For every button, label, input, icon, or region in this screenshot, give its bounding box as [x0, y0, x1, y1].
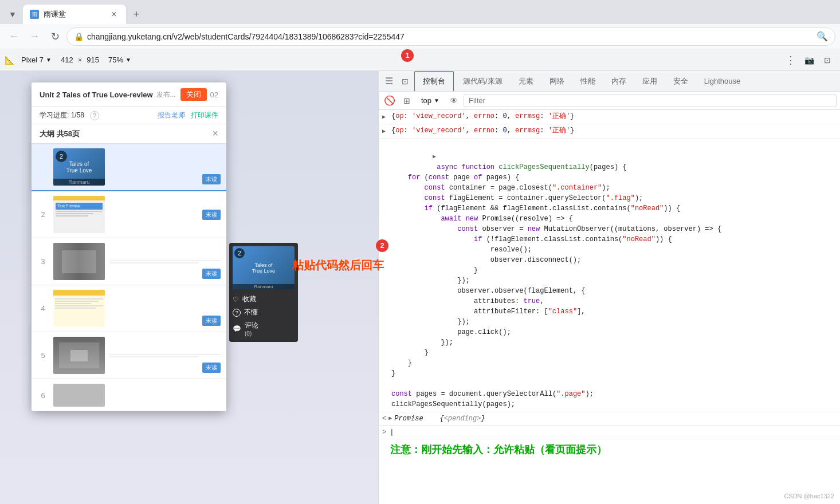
sc-action-confused[interactable]: ? 不懂 [233, 306, 295, 319]
expand-promise[interactable]: ▶ [388, 414, 392, 424]
elements-tab-label: 元素 [519, 76, 533, 86]
top-dropdown[interactable]: top ▼ [417, 94, 444, 108]
badge-2: 2 [376, 239, 388, 252]
unread-badge-3: 未读 [202, 269, 221, 279]
badge-2-label: 2 [380, 242, 384, 250]
devtools-tabs: ☰ ⊡ 控制台 源代码/来源 元素 网络 性能 内存 [379, 71, 840, 92]
sc-outline-title: 大纲 共58页 [40, 129, 80, 139]
new-tab-button[interactable]: + [128, 6, 144, 22]
sc-list-item[interactable]: 2 Text Preview 未读 [32, 191, 226, 238]
dt-inspect-button[interactable]: ⊡ [397, 73, 413, 89]
sc-active-overlay: 2 Tales ofTrue Love Ranmaru ♡ 收藏 ? 不懂 💬 … [229, 243, 298, 342]
sc-progress-text: 学习进度: 1/58 [40, 111, 84, 120]
sc-close-button[interactable]: 关闭 [180, 88, 207, 101]
tab-application[interactable]: 应用 [634, 71, 665, 92]
expand-arrow-code[interactable]: ▶ [433, 153, 436, 160]
sc-list-item[interactable]: 2 Tales ofTrue Love Ranmaru 未读 [32, 144, 226, 191]
item-thumbnail [53, 337, 105, 374]
left-panel: Unit 2 Tales of True Love-review 发布... 关… [0, 71, 378, 504]
security-tab-label: 安全 [673, 76, 688, 86]
tab-item[interactable]: 雨 雨课堂 ✕ [23, 5, 126, 24]
item-thumbnail: 2 Tales ofTrue Love Ranmaru [53, 148, 105, 186]
unread-badge-5: 未读 [202, 363, 221, 373]
item-info [109, 353, 221, 359]
console-output[interactable]: ▶ {op: 'view_record', errno: 0, errmsg: … [379, 110, 840, 504]
sc-outline-close-button[interactable]: × [212, 128, 218, 140]
lighthouse-tab-label: Lighthouse [704, 77, 741, 85]
address-text[interactable]: changjiang.yuketang.cn/v2/web/studentCar… [87, 32, 813, 41]
tab-console[interactable]: 控制台 [414, 71, 454, 92]
sc-help-icon[interactable]: ? [90, 111, 99, 120]
unread-badge-2: 未读 [202, 210, 221, 220]
sc-list-item[interactable]: 5 未读 [32, 332, 226, 379]
sc-list-item[interactable]: 6 [32, 379, 226, 411]
comment-count: (0) [245, 330, 258, 337]
sc-page-number: 02 [210, 90, 218, 99]
unread-badge-4: 未读 [202, 316, 221, 326]
application-tab-label: 应用 [642, 76, 657, 86]
dropdown-chevron-icon: ▼ [434, 97, 439, 104]
tab-source[interactable]: 源代码/来源 [455, 71, 511, 92]
sc-progress-bar: 学习进度: 1/58 ? 报告老师 打印课件 [32, 107, 226, 124]
tab-security[interactable]: 安全 [665, 71, 696, 92]
more-options-button[interactable]: ⋮ [783, 52, 799, 68]
top-label: top [421, 96, 431, 105]
sc-list-item[interactable]: 4 未读 [32, 285, 226, 332]
clear-console-button[interactable]: 🚫 [382, 93, 397, 108]
sc-page-list[interactable]: 2 Tales ofTrue Love Ranmaru 未读 2 [32, 144, 226, 411]
tab-network[interactable]: 网络 [541, 71, 572, 92]
sc-action-comment[interactable]: 💬 评论 (0) [233, 319, 295, 338]
tab-elements[interactable]: 元素 [511, 71, 541, 92]
tab-lighthouse[interactable]: Lighthouse [696, 71, 749, 92]
item-info [109, 259, 221, 265]
console-filter-toggle[interactable]: ⊞ [399, 93, 414, 108]
eye-button[interactable]: 👁 [446, 93, 461, 108]
paste-instruction: 粘贴代码然后回车 [292, 258, 384, 273]
back-button[interactable]: ← [5, 27, 23, 46]
item-number: 5 [37, 351, 49, 360]
sc-print-btn[interactable]: 打印课件 [191, 111, 218, 120]
network-tab-label: 网络 [549, 76, 564, 86]
dt-sidebar-toggle[interactable]: ☰ [381, 73, 397, 89]
watermark: CSDN @hac1322 [784, 493, 834, 499]
filter-input[interactable] [464, 94, 837, 107]
promise-left-arrow: < [382, 414, 386, 424]
sc-action-collect[interactable]: ♡ 收藏 [233, 293, 295, 306]
search-icon[interactable]: 🔍 [817, 31, 828, 42]
paste-instruction-text: 粘贴代码然后回车 [292, 259, 384, 271]
zoom-selector[interactable]: 75% ▼ [104, 53, 136, 66]
zoom-chevron-icon: ▼ [125, 57, 131, 63]
forward-button[interactable]: → [25, 27, 44, 46]
console-toolbar: 🚫 ⊞ top ▼ 👁 [379, 92, 840, 110]
tab-performance[interactable]: 性能 [572, 71, 603, 92]
thumb-author: Ranmaru [53, 179, 105, 186]
badge-1-label: 1 [406, 52, 410, 60]
browser-chrome: ▼ 雨 雨课堂 ✕ + ← → ↻ 🔒 changjiang.yuketang.… [0, 0, 840, 504]
question-icon: ? [233, 309, 241, 317]
resize-button[interactable]: ⊡ [819, 52, 835, 68]
refresh-button[interactable]: ↻ [46, 27, 64, 46]
tab-list-button[interactable]: ▼ [5, 6, 21, 22]
console-text-2: {op: 'view_record', errno: 0, errmsg: '正… [391, 125, 837, 136]
sc-report-btn[interactable]: 报告老师 [158, 111, 185, 120]
right-panel: ☰ ⊡ 控制台 源代码/来源 元素 网络 性能 内存 [378, 71, 840, 504]
screenshot-button[interactable]: 📷 [801, 52, 817, 68]
tab-memory[interactable]: 内存 [603, 71, 634, 92]
item-thumbnail: Text Preview [53, 196, 105, 233]
tab-close-button[interactable]: ✕ [109, 9, 119, 19]
item-number: 2 [37, 210, 49, 219]
expand-arrow-2[interactable]: ▶ [382, 125, 391, 137]
address-box: 🔒 changjiang.yuketang.cn/v2/web/studentC… [66, 27, 835, 46]
console-prompt-row[interactable]: > | [379, 426, 840, 439]
console-tab-label: 控制台 [423, 76, 445, 86]
tab-favicon: 雨 [30, 10, 39, 19]
comment-label: 评论 [245, 321, 258, 330]
item-thumbnail [53, 384, 105, 407]
expand-arrow-1[interactable]: ▶ [382, 111, 391, 123]
security-icon: 🔒 [74, 32, 84, 41]
sc-overlay-thumb: 2 Tales ofTrue Love Ranmaru [233, 246, 295, 289]
height-value: 915 [84, 56, 101, 64]
sc-title: Unit 2 Tales of True Love-review [40, 90, 156, 99]
sc-list-item[interactable]: 3 未读 [32, 238, 226, 285]
device-selector[interactable]: Pixel 7 ▼ [17, 53, 56, 66]
